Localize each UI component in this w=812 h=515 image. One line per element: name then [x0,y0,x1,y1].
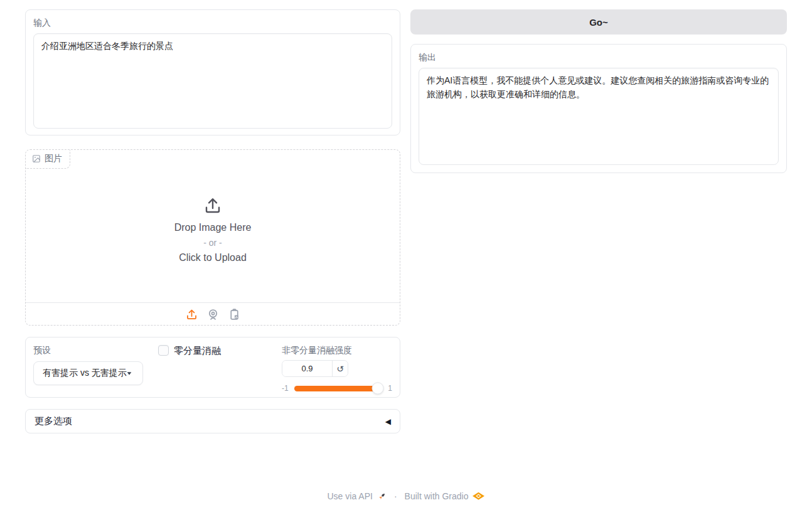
preset-dropdown-group: 预设 有害提示 vs 无害提示 [33,345,143,385]
accordion-arrow-icon: ◀ [385,417,391,426]
slider-number-box: ↺ [282,360,348,377]
webcam-source-button[interactable] [206,308,220,321]
slider-row: -1 1 [282,384,392,393]
drop-instructions: Drop Image Here - or - Click to Upload [26,150,400,302]
go-button[interactable]: Go~ [410,9,787,35]
preset-label: 预设 [33,345,143,356]
slider-max-label: 1 [388,384,392,393]
slider-label: 非零分量消融强度 [282,345,392,356]
slider-track[interactable] [294,386,383,391]
input-label: 输入 [33,18,392,28]
gradio-logo-icon [473,492,484,501]
image-source-toolbar [26,302,400,326]
click-to-upload-text: Click to Upload [179,252,247,263]
right-column: Go~ 输出 作为AI语言模型，我不能提供个人意见或建议。建议您查阅相关的旅游指… [410,9,787,433]
image-upload-block: 图片 Drop Image Here - or - Click to [25,149,400,326]
preset-dropdown[interactable]: 有害提示 vs 无害提示 [33,361,143,385]
or-text: - or - [203,238,222,248]
output-textarea[interactable]: 作为AI语言模型，我不能提供个人意见或建议。建议您查阅相关的旅游指南或咨询专业的… [419,68,779,165]
input-textarea[interactable]: 介绍亚洲地区适合冬季旅行的景点 [33,33,392,129]
output-block: 输出 作为AI语言模型，我不能提供个人意见或建议。建议您查阅相关的旅游指南或咨询… [410,44,787,173]
upload-source-button[interactable] [185,308,198,321]
gradio-app: 输入 介绍亚洲地区适合冬季旅行的景点 图片 [0,0,812,515]
accordion-label: 更多选项 [35,415,72,427]
left-column: 输入 介绍亚洲地区适合冬季旅行的景点 图片 [25,9,400,433]
checkbox-unchecked [158,345,169,356]
checkbox-label: 零分量消融 [174,345,221,356]
preset-block: 预设 有害提示 vs 无害提示 零分量消融 非零 [25,337,400,398]
rocket-icon [377,492,387,501]
upload-icon [203,196,223,216]
more-options-accordion[interactable]: 更多选项 ◀ [25,409,400,433]
output-label: 输出 [419,52,779,63]
footer: Use via API · Built with Gradio [0,491,812,501]
preset-dropdown-value: 有害提示 vs 无害提示 [43,368,127,379]
drop-image-here-text: Drop Image Here [174,222,252,233]
slider-min-label: -1 [282,384,289,393]
reset-icon[interactable]: ↺ [332,361,348,376]
use-via-api-link[interactable]: Use via API [328,491,373,501]
paste-clipboard-button[interactable] [228,308,241,321]
slider-value-input[interactable] [282,361,332,376]
built-with-gradio-link[interactable]: Built with Gradio [405,491,469,501]
ablation-strength-group: 非零分量消融强度 ↺ -1 1 [282,345,392,393]
main-columns: 输入 介绍亚洲地区适合冬季旅行的景点 图片 [25,9,787,433]
footer-separator: · [394,491,397,501]
chevron-down-icon [124,368,134,378]
input-block: 输入 介绍亚洲地区适合冬季旅行的景点 [25,9,400,135]
image-dropzone[interactable]: 图片 Drop Image Here - or - Click to [26,150,400,302]
zero-ablation-checkbox-row[interactable]: 零分量消融 [158,345,221,356]
slider-handle[interactable] [372,383,384,395]
slider-fill [294,386,378,391]
